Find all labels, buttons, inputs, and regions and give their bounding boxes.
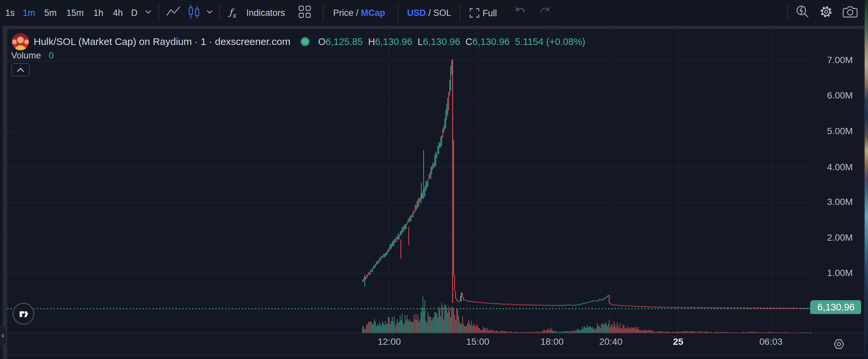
volume-legend: Volume 0 <box>11 50 54 61</box>
mcap-label[interactable]: MCap <box>361 8 385 18</box>
open-label: O <box>318 36 326 47</box>
symbol-legend: Hulk/SOL (Market Cap) on Raydium · 1 · d… <box>12 33 591 50</box>
slash: / <box>356 8 359 18</box>
x-axis-tick[interactable]: 06:03 <box>748 336 794 347</box>
collapse-legend-button[interactable] <box>11 63 30 76</box>
volume-label: Volume <box>11 51 41 60</box>
timeframe-15m[interactable]: 15m <box>66 8 84 18</box>
settings-gear-icon[interactable] <box>818 4 834 22</box>
fx-indicators-icon[interactable]: ƒx <box>229 7 236 19</box>
sol-label[interactable]: SOL <box>434 8 451 18</box>
page-background-image-sliver <box>865 0 868 359</box>
y-axis-tick[interactable]: 6.00M <box>817 90 863 101</box>
camera-screenshot-icon[interactable] <box>842 5 859 22</box>
timeframe-1d[interactable]: D <box>131 8 138 18</box>
y-axis-tick[interactable]: 1.00M <box>817 268 863 278</box>
quick-search-flash-icon[interactable] <box>794 4 810 22</box>
token-avatar <box>12 33 29 50</box>
symbol-title: Hulk/SOL (Market Cap) on Raydium · 1 · d… <box>34 36 290 47</box>
full-label: Full <box>483 8 497 18</box>
x-axis-tick[interactable]: 12:00 <box>366 336 412 347</box>
fullscreen-button[interactable]: Full <box>469 7 497 19</box>
market-status-dot-icon <box>301 37 310 46</box>
timeframe-5m[interactable]: 5m <box>44 8 57 18</box>
close-label: C <box>466 36 472 47</box>
price-mcap-toggle[interactable]: Price / MCap <box>333 8 385 18</box>
low-value: 6,130.96 <box>423 36 460 47</box>
toolbar-divider <box>323 5 323 21</box>
line-chart-type-icon[interactable] <box>166 5 181 21</box>
close-value: 6,130.96 <box>472 36 510 47</box>
time-axis-settings-icon[interactable] <box>833 338 845 351</box>
legend-underline <box>7 61 57 61</box>
toolbar-divider <box>787 5 788 21</box>
left-neighbor-panel-edge <box>0 26 3 359</box>
high-label: H <box>368 36 375 47</box>
ohlc-readout: O 6,125.85 H 6,130.96 L 6,130.96 C 6,130… <box>318 36 591 47</box>
timeframe-1s[interactable]: 1s <box>5 8 15 18</box>
toolbar-divider <box>219 5 220 21</box>
y-axis-tick[interactable]: 5.00M <box>817 126 863 137</box>
low-label: L <box>417 36 423 47</box>
toolbar-divider <box>460 5 460 21</box>
chart-style-chevron-down-icon[interactable] <box>205 8 214 19</box>
price-label[interactable]: Price <box>333 8 353 18</box>
open-value: 6,125.85 <box>326 36 363 47</box>
timeframe-1h[interactable]: 1h <box>93 8 103 18</box>
undo-icon[interactable] <box>514 6 527 20</box>
candlestick-chart-type-icon[interactable] <box>187 4 202 22</box>
timeframe-1m[interactable]: 1m <box>23 8 35 18</box>
chart-toolbar: 1s 1m 5m 15m 1h 4h D ƒx Indicators Price… <box>0 0 868 26</box>
price-chart-canvas[interactable] <box>7 29 865 359</box>
y-axis-tick[interactable]: 2.00M <box>817 232 863 243</box>
chart-panel: Hulk/SOL (Market Cap) on Raydium · 1 · d… <box>7 29 865 359</box>
slash: / <box>429 8 431 18</box>
y-axis-tick[interactable]: 4.00M <box>817 162 863 172</box>
toolbar-divider <box>398 5 398 21</box>
change-value: 5.1154 (+0.08%) <box>515 36 585 47</box>
y-axis-tick[interactable]: 3.00M <box>817 197 863 207</box>
layout-grid-icon[interactable] <box>297 4 312 22</box>
current-price-tag: 6,130.96 <box>811 300 861 314</box>
high-value: 6,130.96 <box>375 36 412 47</box>
indicators-button[interactable]: Indicators <box>246 8 285 18</box>
x-axis-tick[interactable]: 18:00 <box>529 336 575 347</box>
x-axis-tick[interactable]: 20:40 <box>588 336 634 347</box>
volume-value: 0 <box>49 51 54 60</box>
tradingview-logo[interactable] <box>12 303 34 325</box>
y-axis-tick[interactable]: 7.00M <box>817 55 863 65</box>
usd-sol-toggle[interactable]: USD / SOL <box>407 8 451 18</box>
usd-label[interactable]: USD <box>407 8 426 18</box>
redo-icon[interactable] <box>538 6 551 20</box>
x-axis-tick-date[interactable]: 25 <box>655 336 701 347</box>
toolbar-divider <box>158 5 159 21</box>
timeframe-4h[interactable]: 4h <box>113 8 123 18</box>
x-axis-tick[interactable]: 15:00 <box>455 336 501 347</box>
collapse-left-panel-handle[interactable]: ‹ <box>0 326 6 345</box>
timeframe-dropdown-chevron-down-icon[interactable] <box>144 8 153 19</box>
